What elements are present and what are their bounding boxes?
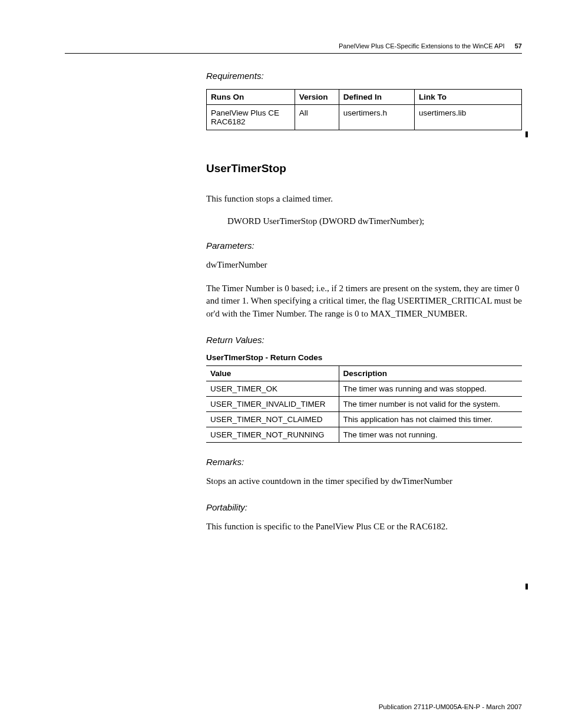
cell-value: USER_TIMER_NOT_RUNNING (206, 427, 339, 442)
portability-heading: Portability: (206, 502, 522, 512)
cell-link-to: usertimers.lib (415, 105, 522, 130)
col-value: Value (206, 365, 339, 381)
publication-footer: Publication 2711P-UM005A-EN-P - March 20… (379, 703, 522, 710)
table-row: PanelView Plus CE RAC6182 All usertimers… (207, 105, 522, 130)
parameters-heading: Parameters: (206, 241, 522, 251)
table-row: USER_TIMER_NOT_RUNNING The timer was not… (206, 427, 522, 442)
requirements-table: Runs On Version Defined In Link To Panel… (206, 89, 522, 130)
parameter-description: The Timer Number is 0 based; i.e., if 2 … (206, 282, 522, 321)
function-intro: This function stops a claimed timer. (206, 193, 522, 206)
return-values-heading: Return Values: (206, 335, 522, 345)
col-version: Version (295, 90, 339, 105)
remarks-heading: Remarks: (206, 457, 522, 467)
col-runs-on: Runs On (207, 90, 295, 105)
cell-description: The timer was running and was stopped. (339, 381, 522, 396)
function-signature: DWORD UserTimerStop (DWORD dwTimerNumber… (227, 216, 522, 226)
table-row: USER_TIMER_OK The timer was running and … (206, 381, 522, 396)
cell-description: The timer number is not valid for the sy… (339, 396, 522, 411)
col-description: Description (339, 365, 522, 381)
table-header-row: Runs On Version Defined In Link To (207, 90, 522, 105)
cell-runs-on: PanelView Plus CE RAC6182 (207, 105, 295, 130)
cell-description: The timer was not running. (339, 427, 522, 442)
cell-value: USER_TIMER_NOT_CLAIMED (206, 411, 339, 427)
portability-text: This function is specific to the PanelVi… (206, 521, 522, 533)
requirements-heading: Requirements: (206, 71, 522, 81)
change-bar-icon (525, 584, 528, 589)
cell-description: This application has not claimed this ti… (339, 411, 522, 427)
table-row: USER_TIMER_NOT_CLAIMED This application … (206, 411, 522, 427)
col-link-to: Link To (415, 90, 522, 105)
return-codes-table: Value Description USER_TIMER_OK The time… (206, 365, 522, 443)
return-table-caption: UserTImerStop - Return Codes (206, 353, 522, 362)
function-title: UserTimerStop (206, 162, 522, 175)
cell-value: USER_TIMER_OK (206, 381, 339, 396)
parameter-name: dwTimerNumber (206, 259, 522, 272)
cell-value: USER_TIMER_INVALID_TIMER (206, 396, 339, 411)
col-defined-in: Defined In (339, 90, 414, 105)
table-header-row: Value Description (206, 365, 522, 381)
table-row: USER_TIMER_INVALID_TIMER The timer numbe… (206, 396, 522, 411)
cell-version: All (295, 105, 339, 130)
cell-defined-in: usertimers.h (339, 105, 414, 130)
remarks-text: Stops an active countdown in the timer s… (206, 475, 522, 488)
